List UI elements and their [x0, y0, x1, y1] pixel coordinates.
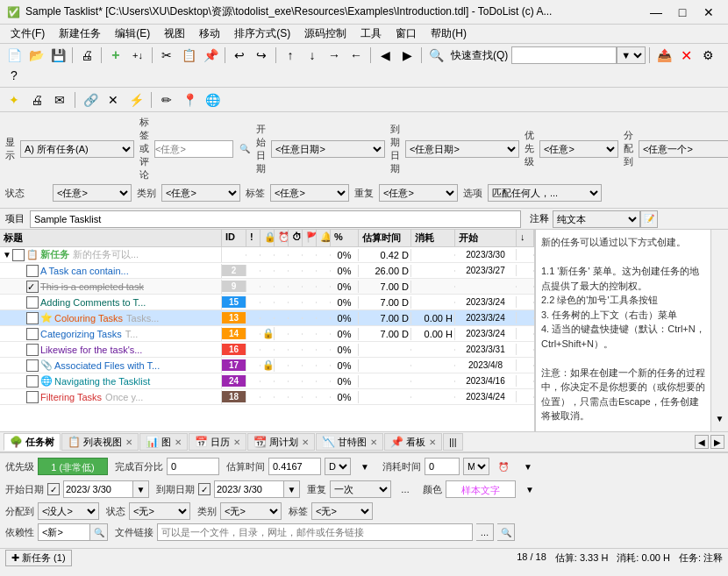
notes-type-combo[interactable]: 纯文本 [553, 210, 640, 228]
tab-[interactable]: 📋列表视图✕ [61, 433, 139, 451]
est-input[interactable] [268, 458, 321, 475]
redo-button[interactable]: ↪ [251, 46, 272, 65]
tab-[interactable]: 🌳任务树 [4, 433, 61, 451]
menu-item-h[interactable]: 帮助(H) [424, 25, 474, 43]
task-row[interactable]: ✓This is a completed task90%7.00 D [0, 279, 534, 295]
task-checkbox-4[interactable] [26, 312, 39, 324]
col-spent[interactable]: 消耗 [411, 230, 455, 246]
priority-badge[interactable]: 1 (非常低) [38, 458, 108, 475]
tab-[interactable]: 📉甘特图✕ [316, 433, 383, 451]
new-task-button[interactable]: ✚ 新任务 (1) [5, 550, 72, 566]
indent-button[interactable]: → [324, 46, 345, 65]
col-alert[interactable]: 🔔 [317, 230, 331, 246]
task-row[interactable]: 🌐Navigating the Tasklist240%2023/4/16 [0, 373, 534, 389]
repeat-options-btn[interactable]: … [395, 480, 416, 499]
spent-clock-btn[interactable]: ⏰ [493, 457, 514, 476]
start-date-picker[interactable]: ▼ [133, 480, 149, 498]
tab-close-6[interactable]: ✕ [429, 437, 436, 447]
task-checkbox-1[interactable] [26, 265, 39, 277]
tab-close-4[interactable]: ✕ [302, 437, 309, 447]
task-row[interactable]: ▼📋新任务新的任务可以...0%0.42 D2023/3/30 [0, 247, 534, 263]
task-row[interactable]: Filtering TasksOnce y...180%2023/4/24 [0, 389, 534, 405]
new-file-button[interactable]: 📄 [4, 46, 25, 65]
edit2-button[interactable]: ✏ [156, 90, 177, 110]
state-combo[interactable]: <任意> [53, 184, 132, 202]
repeat-combo[interactable]: <任意> [379, 184, 458, 202]
pin-button[interactable]: 📍 [179, 90, 200, 110]
tab-nav-next[interactable]: ▶ [710, 435, 724, 449]
task-row[interactable]: Likewise for the task's...160%2023/3/31 [0, 342, 534, 358]
col-lock[interactable]: 🔒 [261, 230, 275, 246]
task-checkbox-5[interactable] [26, 328, 39, 340]
maximize-button[interactable]: □ [670, 3, 695, 22]
filelink-search-btn[interactable]: 🔍 [497, 523, 515, 541]
project-input[interactable] [30, 210, 521, 228]
tag-combo[interactable]: <无> [311, 502, 373, 520]
move-up-button[interactable]: ↑ [280, 46, 301, 65]
col-flag[interactable]: 🚩 [303, 230, 317, 246]
forward-button[interactable]: ▶ [396, 46, 418, 65]
color-sample[interactable]: 样本文字 [446, 480, 516, 498]
cut-button[interactable]: ✂ [156, 46, 177, 65]
state-combo[interactable]: <无> [129, 502, 190, 520]
tab-close-2[interactable]: ✕ [175, 437, 182, 447]
end-checkbox[interactable]: ✓ [198, 483, 211, 495]
filelink-input[interactable] [157, 523, 473, 541]
task-checkbox-7[interactable] [26, 359, 39, 372]
col-more[interactable]: ↓ [517, 230, 534, 246]
print-button[interactable]: 🖨 [76, 46, 97, 65]
add-task-button[interactable]: + [105, 46, 126, 65]
tag-input[interactable] [154, 140, 233, 158]
menu-item-e[interactable]: 编辑(E) [108, 25, 157, 43]
open-button[interactable]: 📂 [25, 46, 46, 65]
tab-[interactable]: ||| [443, 433, 463, 451]
find-button[interactable]: 🔍 [425, 46, 446, 65]
tab-nav-prev[interactable]: ◀ [695, 435, 709, 449]
col-start[interactable]: 开始 [455, 230, 517, 246]
start-checkbox[interactable]: ✓ [47, 483, 60, 495]
menu-item-[interactable]: 视图 [157, 25, 192, 43]
spent-input[interactable] [425, 458, 460, 475]
email-button[interactable]: ✉ [49, 90, 70, 110]
search-combo[interactable]: ▼ [617, 46, 646, 64]
col-time1[interactable]: ⏰ [275, 230, 289, 246]
task-expand-0[interactable]: ▼ [2, 250, 12, 260]
back-button[interactable]: ◀ [375, 46, 396, 65]
web-button[interactable]: 🌐 [202, 90, 223, 110]
est-down-btn[interactable]: ▼ [354, 457, 375, 476]
tag2-combo[interactable]: <任意> [270, 184, 349, 202]
dep-input[interactable] [38, 523, 90, 541]
priority-combo[interactable]: <任意> [539, 140, 618, 158]
task-checkbox-9[interactable] [26, 391, 39, 403]
copy-button[interactable]: 📋 [178, 46, 199, 65]
tab-[interactable]: 📅日历✕ [189, 433, 246, 451]
task-row[interactable]: Adding Comments to T...150%7.00 D2023/3/… [0, 295, 534, 310]
tab-close-5[interactable]: ✕ [370, 437, 377, 447]
start-date-input[interactable] [63, 480, 133, 498]
col-time2[interactable]: ⏱ [289, 230, 303, 246]
task-checkbox-3[interactable] [26, 296, 39, 309]
task-checkbox-6[interactable] [26, 344, 39, 356]
lightning-button[interactable]: ⚡ [125, 90, 146, 110]
spent-down-btn[interactable]: ▼ [517, 457, 539, 476]
end-date-input[interactable] [214, 480, 284, 498]
print2-button[interactable]: 🖨 [26, 90, 47, 110]
menu-item-[interactable]: 移动 [192, 25, 227, 43]
delete-button[interactable]: ✕ [675, 46, 696, 65]
minimize-button[interactable]: — [644, 3, 668, 22]
notes-scroll-down[interactable]: ▼ [710, 409, 729, 428]
task-row[interactable]: Categorizing TasksT...14🔒0%7.00 D0.00 H2… [0, 326, 534, 342]
col-title[interactable]: 标题 [0, 230, 222, 246]
option-combo[interactable]: 匹配任何人，... [488, 184, 602, 202]
notes-edit-btn[interactable]: 📝 [640, 210, 658, 228]
task-row[interactable]: ⭐Colouring TasksTasks...130%7.00 D0.00 H… [0, 310, 534, 326]
export-button[interactable]: 📤 [653, 46, 674, 65]
assign-combo[interactable]: <任意一个> [639, 140, 728, 158]
category-combo[interactable]: <无> [220, 502, 282, 520]
menu-item-f[interactable]: 文件(F) [4, 25, 52, 43]
link-button[interactable]: 🔗 [80, 90, 101, 110]
help-button[interactable]: ? [4, 66, 25, 85]
search-input[interactable] [511, 46, 617, 64]
undo-button[interactable]: ↩ [229, 46, 250, 65]
add-subtask-button[interactable]: +↓ [127, 46, 148, 65]
